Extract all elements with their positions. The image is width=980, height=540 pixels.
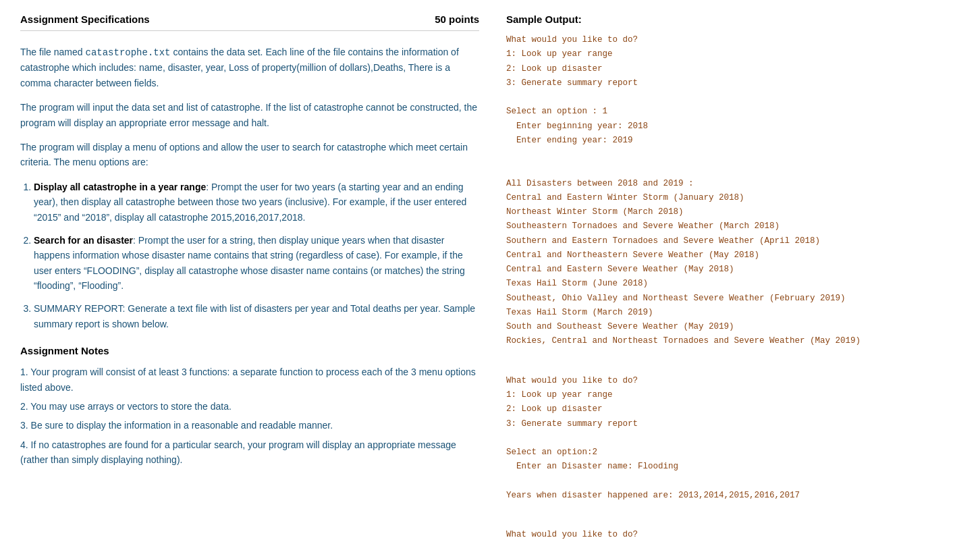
menu-item-3: SUMMARY REPORT: Generate a text file wit… [34, 301, 479, 331]
output-section-3: What would you like to do? 1: Look up ye… [506, 514, 960, 540]
header-row: Assignment Specifications 50 points [20, 14, 479, 31]
note-4: 4. If no catastrophes are found for a pa… [20, 437, 479, 468]
menu-item-2-bold: Search for an disaster [34, 235, 133, 246]
notes-section-title: Assignment Notes [20, 345, 479, 356]
menu-item-1-bold: Display all catastrophe in a year range [34, 182, 206, 192]
intro-paragraph-2: The program will input the data set and … [20, 100, 479, 130]
output-section-2: What would you like to do? 1: Look up ye… [506, 360, 960, 504]
intro-paragraph-1: The file named catastrophe.txt contains … [20, 45, 479, 90]
output-block-3: What would you like to do? 1: Look up ye… [506, 514, 960, 540]
menu-item-2: Search for an disaster: Prompt the user … [34, 233, 479, 294]
note-2: 2. You may use arrays or vectors to stor… [20, 399, 479, 414]
intro-paragraph-3: The program will display a menu of optio… [20, 140, 479, 170]
menu-item-1: Display all catastrophe in a year range:… [34, 180, 479, 225]
left-panel: Assignment Specifications 50 points The … [20, 14, 479, 540]
output-section-1: What would you like to do? 1: Look up ye… [506, 33, 960, 349]
output-block-1: What would you like to do? 1: Look up ye… [506, 33, 960, 349]
points-label: 50 points [435, 14, 479, 25]
note-1: 1. Your program will consist of at least… [20, 364, 479, 395]
right-panel: Sample Output: What would you like to do… [506, 14, 960, 540]
sample-output-title: Sample Output: [506, 14, 960, 25]
main-container: Assignment Specifications 50 points The … [20, 14, 960, 540]
assignment-title: Assignment Specifications [20, 14, 150, 25]
note-3: 3. Be sure to display the information in… [20, 418, 479, 433]
inline-code-filename: catastrophe.txt [86, 47, 171, 58]
menu-options-list: Display all catastrophe in a year range:… [34, 180, 479, 332]
notes-list: 1. Your program will consist of at least… [20, 364, 479, 467]
output-block-2: What would you like to do? 1: Look up ye… [506, 360, 960, 504]
